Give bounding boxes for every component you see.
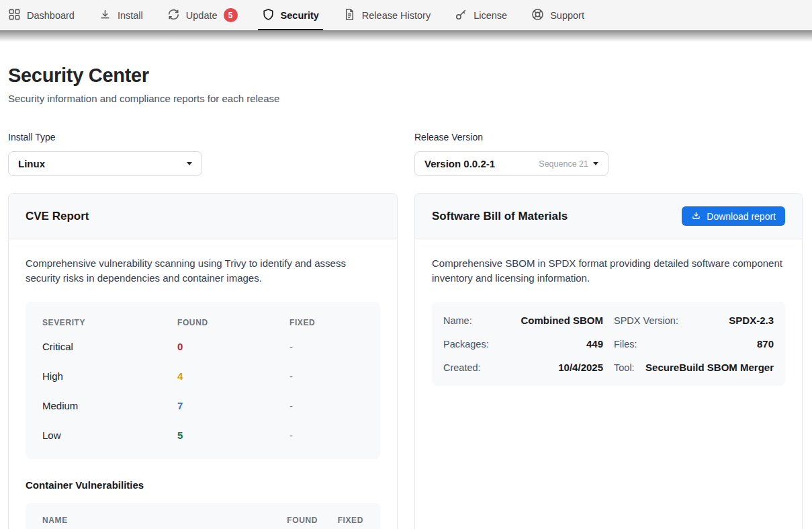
nav-item-release-history[interactable]: Release History (343, 0, 431, 30)
container-table-header: NAME FOUND FIXED (26, 503, 380, 529)
sbom-info-grid: Name: Combined SBOM SPDX Version: SPDX-2… (432, 302, 785, 386)
page-title: Security Center (8, 65, 804, 87)
field-value: SPDX-2.3 (729, 315, 774, 326)
severity-label: Medium (42, 400, 177, 411)
field-label: Tool: (614, 362, 635, 373)
table-row: Critical 0 - (42, 331, 363, 361)
severity-label: Critical (42, 341, 177, 352)
found-count: 0 (177, 341, 289, 352)
fixed-count: - (289, 370, 363, 382)
release-version-label: Release Version (414, 132, 803, 143)
install-type-label: Install Type (8, 132, 398, 143)
field-value: 449 (586, 338, 603, 350)
sbom-field-files: Files: 870 (614, 332, 774, 356)
found-count: 5 (177, 430, 289, 441)
table-row: High 4 - (42, 361, 363, 391)
col-severity: SEVERITY (42, 318, 177, 327)
nav-label: License (473, 10, 507, 21)
field-value: 10/4/2025 (558, 362, 603, 373)
severity-table: SEVERITY FOUND FIXED Critical 0 - High 4… (26, 302, 380, 459)
page-subtitle: Security information and compliance repo… (8, 93, 804, 104)
key-icon (455, 8, 467, 23)
field-label: Created: (443, 362, 481, 373)
table-row: Low 5 - (42, 420, 363, 450)
nav-item-update[interactable]: Update 5 (167, 0, 238, 30)
install-type-select[interactable]: Linux (8, 151, 202, 176)
fixed-count: - (289, 400, 363, 411)
nav-label: Install (118, 10, 143, 21)
field-value: SecureBuild SBOM Merger (645, 362, 774, 373)
field-label: Files: (614, 339, 637, 350)
col-fixed: FIXED (289, 318, 363, 327)
refresh-icon (167, 8, 180, 23)
found-count: 4 (177, 370, 289, 382)
nav-label: Support (550, 10, 584, 21)
nav-item-install[interactable]: Install (99, 0, 143, 30)
severity-label: Low (42, 430, 177, 441)
download-icon (99, 8, 111, 23)
nav-item-support[interactable]: Support (531, 0, 584, 30)
field-value: 870 (757, 338, 774, 350)
col-fixed: FIXED (324, 516, 363, 525)
nav-label: Security (281, 10, 319, 21)
sequence-label: Sequence 21 (539, 159, 588, 169)
cve-report-card: CVE Report Comprehensive vulnerability s… (8, 193, 398, 529)
table-row: Medium 7 - (42, 391, 363, 420)
release-version-select[interactable]: Version 0.0.2-1 Sequence 21 (414, 151, 608, 176)
nav-label: Release History (362, 10, 431, 21)
nav-label: Update (186, 10, 218, 21)
col-found: FOUND (177, 318, 289, 327)
download-icon (691, 210, 701, 222)
fixed-count: - (289, 430, 363, 441)
sbom-card: Software Bill of Materials Download repo… (414, 193, 803, 529)
grid-icon (8, 8, 21, 23)
field-label: Name: (443, 315, 472, 326)
sbom-field-created: Created: 10/4/2025 (443, 356, 603, 379)
nav-label: Dashboard (27, 10, 75, 21)
col-found: FOUND (267, 516, 318, 525)
download-report-button[interactable]: Download report (682, 206, 785, 226)
install-type-value: Linux (18, 158, 45, 169)
chevron-down-icon (187, 162, 192, 165)
col-name: NAME (42, 516, 261, 525)
field-label: Packages: (443, 339, 489, 350)
nav-item-license[interactable]: License (455, 0, 507, 30)
top-nav: Dashboard Install Update 5 Security (0, 0, 812, 30)
download-report-label: Download report (707, 211, 776, 222)
fixed-count: - (289, 341, 363, 352)
nav-item-security[interactable]: Security (262, 0, 319, 30)
lifebuoy-icon (531, 8, 544, 23)
sbom-field-name: Name: Combined SBOM (443, 309, 603, 332)
document-icon (343, 8, 356, 23)
shield-icon (262, 8, 275, 23)
cve-report-description: Comprehensive vulnerability scanning usi… (26, 256, 380, 285)
sbom-description: Comprehensive SBOM in SPDX format provid… (432, 256, 785, 285)
sbom-field-packages: Packages: 449 (443, 332, 603, 356)
update-count-badge: 5 (224, 8, 238, 22)
chevron-down-icon (593, 162, 598, 165)
sbom-title: Software Bill of Materials (432, 210, 568, 223)
field-label: SPDX Version: (614, 315, 678, 326)
sbom-field-spdx-version: SPDX Version: SPDX-2.3 (614, 309, 774, 332)
severity-table-header: SEVERITY FOUND FIXED (42, 314, 363, 331)
container-vulnerabilities-title: Container Vulnerabilities (26, 479, 380, 491)
field-value: Combined SBOM (521, 315, 604, 326)
filters-row: Install Type Linux Release Version Versi… (8, 132, 804, 176)
release-version-value: Version 0.0.2-1 (424, 158, 495, 169)
found-count: 7 (177, 400, 289, 411)
severity-label: High (42, 370, 177, 382)
cve-report-title: CVE Report (26, 210, 89, 223)
sbom-field-tool: Tool: SecureBuild SBOM Merger (614, 356, 774, 379)
nav-item-dashboard[interactable]: Dashboard (8, 0, 75, 30)
scroll-shadow (0, 30, 812, 42)
